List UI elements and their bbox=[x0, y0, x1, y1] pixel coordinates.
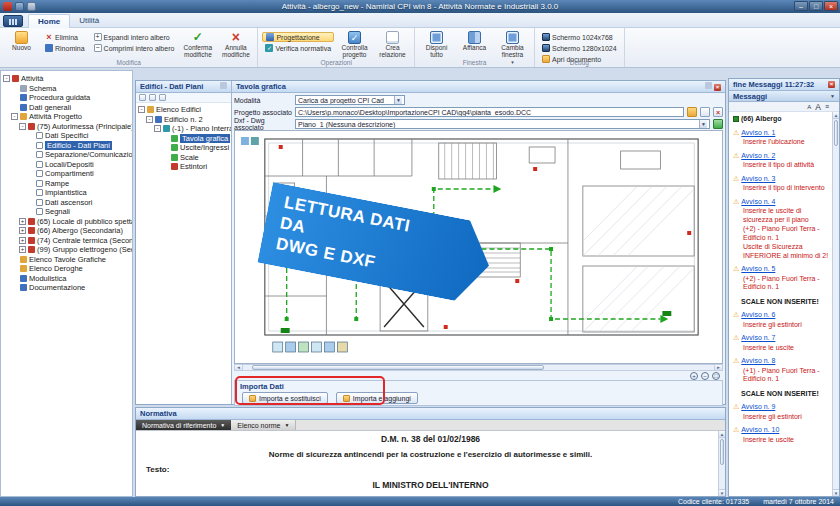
message-item[interactable]: ⚠ Inserire l'ubicazione bbox=[729, 137, 831, 147]
message-item[interactable]: ⚠ Inserire gli estintori bbox=[729, 412, 831, 422]
tree-item[interactable]: Modulistica bbox=[1, 274, 132, 284]
expander-icon[interactable]: - bbox=[3, 75, 10, 82]
minimize-button[interactable]: – bbox=[794, 1, 808, 11]
tree-item[interactable]: Segnali bbox=[1, 207, 132, 217]
elenco-norme-dropdown[interactable]: Elenco norme ▼ bbox=[231, 420, 296, 430]
tree-item[interactable]: Elenco Deroghe bbox=[1, 264, 132, 274]
tree-item[interactable]: Scale bbox=[136, 153, 231, 163]
scrollbar-thumb[interactable] bbox=[834, 120, 838, 146]
clear-icon[interactable]: × bbox=[713, 107, 723, 117]
normativa-scrollbar[interactable]: ▲ ▼ bbox=[718, 431, 725, 496]
expander-icon[interactable]: - bbox=[11, 113, 18, 120]
expander-icon[interactable]: - bbox=[146, 116, 153, 123]
message-item[interactable]: ⚠ Inserire le uscite bbox=[729, 343, 831, 353]
tree-item[interactable]: Separazione/Comunicazione bbox=[1, 150, 132, 160]
verifica-normativa-button[interactable]: Verifica normativa bbox=[262, 43, 334, 53]
tree-item[interactable]: Rampe bbox=[1, 179, 132, 189]
schermo-1024-button[interactable]: Schermo 1024x768 bbox=[539, 32, 620, 42]
horizontal-scrollbar[interactable]: ◄ ► bbox=[234, 364, 723, 371]
message-item[interactable]: ⚠ (+2) - Piano Fuori Terra - Edificio n.… bbox=[729, 274, 831, 292]
message-item[interactable]: ⚠ (+1) - Piano Fuori Terra - Edificio n.… bbox=[729, 366, 831, 384]
message-item[interactable]: ⚠ Avviso n. 10 bbox=[729, 425, 831, 435]
expander-icon[interactable]: - bbox=[19, 123, 26, 130]
message-item[interactable]: ⚠ Inserire gli estintori bbox=[729, 320, 831, 330]
message-item[interactable]: ⚠ Inserire il tipo di attività bbox=[729, 160, 831, 170]
scroll-down-icon[interactable]: ▼ bbox=[833, 489, 839, 496]
message-item[interactable]: ⚠ Inserire le uscite di sicurezza per il… bbox=[729, 206, 831, 224]
messaggi-combo[interactable]: Messaggi ▼ bbox=[729, 91, 839, 102]
expander-icon[interactable]: + bbox=[19, 237, 26, 244]
message-item[interactable]: ⚠ Avviso n. 8 bbox=[729, 356, 831, 366]
app-menu-button[interactable] bbox=[3, 15, 23, 27]
tree-item[interactable]: - (75) Autorimessa (Principale) bbox=[1, 122, 132, 132]
message-item[interactable]: ⚠ Uscite di Sicurezza INFERIORE al minim… bbox=[729, 242, 831, 260]
tree-item[interactable]: - Elenco Edifici bbox=[136, 105, 231, 115]
affianca-button[interactable]: Affianca bbox=[457, 30, 492, 59]
message-item[interactable]: ⚠ SCALE NON INSERITE! bbox=[729, 389, 831, 399]
message-item[interactable]: ⚠ Inserire il tipo di intervento bbox=[729, 183, 831, 193]
close-button[interactable]: × bbox=[824, 1, 838, 11]
add-item-icon[interactable] bbox=[139, 94, 146, 101]
scroll-left-icon[interactable]: ◄ bbox=[235, 365, 243, 370]
messaggi-scrollbar[interactable]: ▲ ▼ bbox=[832, 112, 839, 496]
scrollbar-track[interactable] bbox=[243, 365, 714, 370]
message-item[interactable]: ⚠ Avviso n. 1 bbox=[729, 128, 831, 138]
nuovo-button[interactable]: Nuovo bbox=[4, 30, 39, 59]
tree-item[interactable]: Locali/Depositi bbox=[1, 160, 132, 170]
tree-item[interactable]: Tavola grafica bbox=[136, 134, 231, 144]
dxf-ok-icon[interactable] bbox=[713, 119, 723, 129]
scroll-up-icon[interactable]: ▲ bbox=[833, 112, 839, 119]
tree-item[interactable]: - Attività Progetto bbox=[1, 112, 132, 122]
comprimi-albero-button[interactable]: Comprimi intero albero bbox=[91, 43, 178, 53]
message-item[interactable]: ⚠ SCALE NON INSERITE! bbox=[729, 297, 831, 307]
message-item[interactable]: ⚠ Avviso n. 2 bbox=[729, 151, 831, 161]
tree-item[interactable]: + (65) Locale di pubblico spettacolo (Se… bbox=[1, 217, 132, 227]
expander-icon[interactable]: + bbox=[19, 227, 26, 234]
dropdown-arrow-icon[interactable]: ▼ bbox=[699, 120, 707, 128]
tree-item[interactable]: Dati ascensori bbox=[1, 198, 132, 208]
dxf-select[interactable]: Piano_1 (Nessuna descrizione) ▼ bbox=[295, 119, 710, 129]
tree-item[interactable]: Dati Specifici bbox=[1, 131, 132, 141]
tab-home[interactable]: Home bbox=[28, 14, 70, 28]
font-smaller-button[interactable]: A bbox=[807, 104, 811, 110]
close-icon[interactable]: × bbox=[714, 84, 721, 91]
tree-item[interactable]: + (99) Gruppo elettrogeno (Secondaria) bbox=[1, 245, 132, 255]
scrollbar-thumb[interactable] bbox=[252, 365, 544, 370]
tree-item[interactable]: Estintori bbox=[136, 162, 231, 172]
message-item[interactable]: ⚠ Avviso n. 5 bbox=[729, 264, 831, 274]
crea-relazione-button[interactable]: Crea relazione bbox=[375, 30, 410, 59]
normativa-riferimento-dropdown[interactable]: Normativa di riferimento ▼ bbox=[136, 420, 231, 430]
tree-item[interactable]: Edificio - Dati Piani bbox=[1, 141, 132, 151]
dropdown-arrow-icon[interactable]: ▼ bbox=[394, 96, 402, 104]
expander-icon[interactable]: + bbox=[19, 218, 26, 225]
close-icon[interactable]: × bbox=[828, 81, 835, 88]
tree-item[interactable]: - Attività bbox=[1, 74, 132, 84]
scroll-down-icon[interactable]: ▼ bbox=[719, 489, 725, 496]
message-item[interactable]: ⚠ Avviso n. 6 bbox=[729, 310, 831, 320]
zoom-in-icon[interactable]: + bbox=[690, 372, 698, 380]
conferma-modifiche-button[interactable]: Conferma modifiche bbox=[180, 30, 215, 59]
modalita-select[interactable]: Carica da progetto CPI Cad ▼ bbox=[295, 95, 405, 105]
reload-icon[interactable] bbox=[700, 107, 710, 117]
message-item[interactable]: ⚠ Avviso n. 4 bbox=[729, 197, 831, 207]
tree-item[interactable]: Dati generali bbox=[1, 103, 132, 113]
tree-item[interactable]: Documentazione bbox=[1, 283, 132, 293]
pin-icon[interactable] bbox=[705, 82, 712, 89]
pin-icon[interactable] bbox=[220, 82, 227, 89]
espandi-albero-button[interactable]: Espandi intero albero bbox=[91, 32, 178, 42]
expander-icon[interactable]: - bbox=[138, 106, 145, 113]
tree-item[interactable]: Elenco Tavole Grafiche bbox=[1, 255, 132, 265]
tree-item[interactable]: Impiantistica bbox=[1, 188, 132, 198]
scrollbar-thumb[interactable] bbox=[720, 439, 724, 465]
rinomina-button[interactable]: Rinomina bbox=[42, 43, 88, 53]
annulla-modifiche-button[interactable]: Annulla modifiche bbox=[218, 30, 253, 59]
tab-utilita[interactable]: Utilità bbox=[70, 14, 108, 28]
message-item[interactable]: ⚠ (66) Albergo bbox=[729, 114, 831, 124]
message-item[interactable]: ⚠ Avviso n. 9 bbox=[729, 402, 831, 412]
expander-icon[interactable]: - bbox=[154, 125, 161, 132]
message-item[interactable]: ⚠ Inserire le uscite bbox=[729, 435, 831, 445]
browse-folder-icon[interactable] bbox=[687, 107, 697, 117]
tree-item[interactable]: - Edificio n. 2 bbox=[136, 115, 231, 125]
elimina-button[interactable]: Elimina bbox=[42, 32, 88, 42]
controlla-progetto-button[interactable]: Controlla progetto bbox=[337, 30, 372, 59]
